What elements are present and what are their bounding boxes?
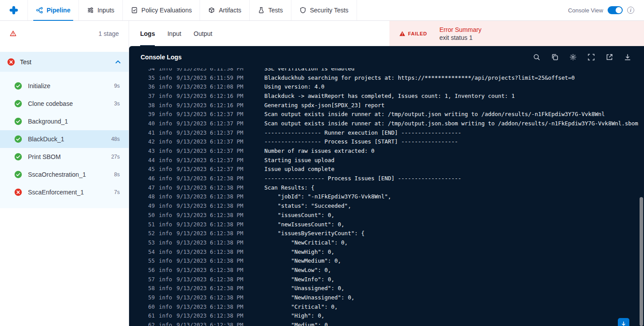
log-timestamp: 9/13/2023 6:12:38 PM [177, 276, 245, 283]
log-line: 54info9/13/2023 6:12:38 PM "NewHigh": 0, [147, 247, 644, 256]
failed-badge-label: FAILED [408, 31, 427, 36]
harness-logo[interactable] [0, 5, 27, 15]
fullscreen-icon[interactable] [587, 53, 595, 61]
step-name: Initialize [28, 82, 51, 89]
log-level: info [159, 68, 174, 72]
log-line: 49info9/13/2023 6:12:38 PM "status": "Su… [147, 201, 644, 210]
log-line-number: 45 [147, 166, 155, 172]
console-scrollbar[interactable] [640, 197, 643, 326]
log-message: "NewInfo": 0, [264, 276, 334, 283]
log-timestamp: 9/13/2023 6:12:37 PM [177, 138, 245, 145]
log-line-number: 50 [147, 212, 155, 218]
log-line: 42info9/13/2023 6:12:37 PM--------------… [147, 137, 644, 147]
log-line-number: 42 [147, 138, 155, 145]
log-level: info [159, 267, 174, 273]
error-summary: FAILED Error Summary exit status 1 [389, 21, 644, 46]
log-level: info [159, 248, 174, 255]
log-timestamp: 9/13/2023 6:11:59 PM [177, 74, 245, 81]
log-message: "status": "Succeeded", [264, 202, 351, 209]
security-tests-icon [299, 7, 306, 14]
step-sscaorchestration-1[interactable]: SscaOrchestration_18s [0, 166, 129, 183]
log-line-number: 46 [147, 175, 155, 182]
execution-sidebar: 1 stage Test Initialize9sClone codebase3… [0, 21, 129, 326]
log-timestamp: 9/13/2023 6:12:37 PM [177, 129, 245, 136]
log-level: info [159, 312, 174, 319]
log-level: info [159, 93, 174, 99]
tab-inputs[interactable]: Inputs [79, 0, 122, 20]
log-level: info [159, 303, 174, 310]
tab-label: Pipeline [47, 7, 71, 14]
settings-icon[interactable] [569, 53, 577, 61]
log-message: "NewUnassigned": 0, [264, 294, 354, 301]
log-line-number: 39 [147, 111, 155, 117]
log-line: 35info9/13/2023 6:11:59 PMBlackduckhub s… [147, 73, 644, 82]
log-timestamp: 9/13/2023 6:12:38 PM [177, 303, 245, 310]
log-line-number: 40 [147, 120, 155, 127]
step-print-sbom[interactable]: Print SBOM27s [0, 148, 129, 166]
log-timestamp: 9/13/2023 6:12:38 PM [177, 312, 245, 319]
log-line-number: 52 [147, 230, 155, 237]
failed-icon [7, 58, 15, 66]
log-message: "issuesCount": 0, [264, 212, 334, 218]
success-icon [14, 82, 22, 90]
log-level: info [159, 285, 174, 291]
log-line-number: 60 [147, 303, 155, 310]
pipeline-execution-page: PipelineInputsPolicy EvaluationsArtifact… [0, 0, 644, 326]
stage-header-test[interactable]: Test [0, 52, 129, 72]
log-level: info [159, 129, 174, 136]
log-line: 38info9/13/2023 6:12:16 PMGenerating spd… [147, 101, 644, 110]
tab-tests[interactable]: Tests [249, 0, 291, 20]
log-line-number: 41 [147, 129, 155, 136]
tab-security-tests[interactable]: Security Tests [291, 0, 357, 20]
harness-logo-icon [9, 5, 19, 15]
log-level: info [159, 83, 174, 90]
chevron-up-icon[interactable] [114, 58, 122, 66]
log-timestamp: 9/13/2023 6:12:37 PM [177, 111, 245, 117]
log-level: info [159, 184, 174, 191]
external-link-icon[interactable] [605, 53, 613, 61]
log-timestamp: 9/13/2023 6:12:38 PM [177, 267, 245, 273]
scroll-to-bottom-button[interactable] [618, 318, 629, 326]
copy-icon[interactable] [551, 53, 559, 61]
tab-label: Inputs [98, 7, 114, 14]
log-line-number: 35 [147, 74, 155, 81]
log-timestamp: 9/13/2023 6:12:38 PM [177, 248, 245, 255]
log-level: info [159, 74, 174, 81]
tab-policy-evaluations[interactable]: Policy Evaluations [122, 0, 200, 20]
log-line-number: 36 [147, 83, 155, 90]
tab-input[interactable]: Input [167, 21, 181, 46]
step-clone-codebase[interactable]: Clone codebase3s [0, 95, 129, 113]
download-icon[interactable] [624, 53, 632, 61]
log-line-number: 34 [147, 68, 155, 72]
log-message: Starting issue upload [264, 157, 334, 163]
log-timestamp: 9/13/2023 6:11:58 PM [177, 68, 245, 72]
step-sscaenforcement-1[interactable]: SscaEnforcement_17s [0, 183, 129, 201]
search-icon[interactable] [533, 53, 541, 61]
log-timestamp: 9/13/2023 6:12:38 PM [177, 175, 245, 182]
log-line-number: 37 [147, 93, 155, 99]
log-timestamp: 9/13/2023 6:12:16 PM [177, 102, 245, 109]
log-line-number: 47 [147, 184, 155, 191]
tab-artifacts[interactable]: Artifacts [200, 0, 249, 20]
console-body: 34info9/13/2023 6:11:58 PMSSL verificati… [129, 68, 644, 326]
log-level: info [159, 230, 174, 237]
log-timestamp: 9/13/2023 6:12:38 PM [177, 212, 245, 218]
log-message: SSL verification is enabled [264, 68, 354, 72]
console-view-toggle[interactable] [608, 6, 623, 14]
log-line: 34info9/13/2023 6:11:58 PMSSL verificati… [147, 68, 644, 73]
console-header: Console Logs [129, 46, 644, 68]
log-level: info [159, 221, 174, 228]
log-line: 55info9/13/2023 6:12:38 PM "NewMedium": … [147, 256, 644, 265]
log-line-number: 55 [147, 257, 155, 264]
log-line: 62info9/13/2023 6:12:38 PM "Medium": 0 [147, 320, 644, 326]
tab-label: Policy Evaluations [141, 7, 192, 14]
step-initialize[interactable]: Initialize9s [0, 77, 129, 95]
tab-output[interactable]: Output [194, 21, 212, 46]
success-icon [14, 153, 22, 161]
info-icon[interactable]: i [627, 7, 634, 14]
failed-triangle-icon [399, 31, 405, 37]
step-blackduck-1[interactable]: BlackDuck_148s [0, 130, 129, 148]
step-background-1[interactable]: Background_1 [0, 113, 129, 130]
tab-logs[interactable]: Logs [140, 21, 155, 46]
tab-pipeline[interactable]: Pipeline [27, 0, 79, 20]
